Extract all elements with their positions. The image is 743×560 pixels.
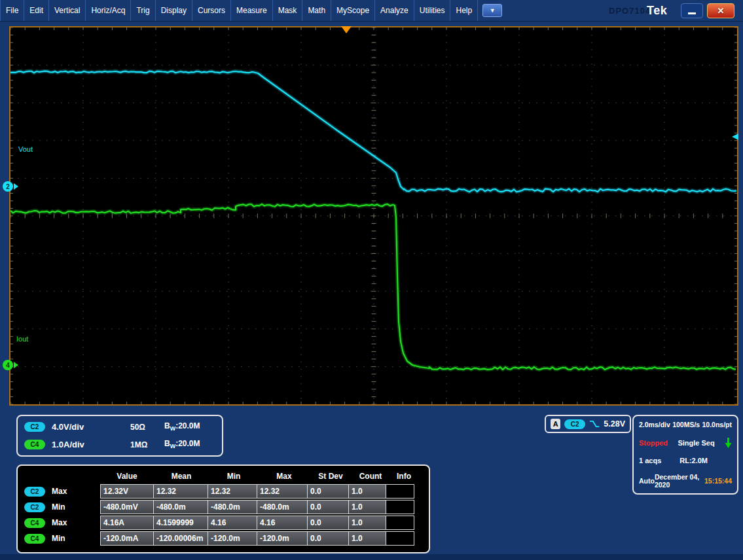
channel4-reference-marker[interactable]: 4 <box>3 360 13 370</box>
datetime-row: Auto December 04, 2020 15:15:44 <box>639 473 732 489</box>
row-label: C2 Min <box>22 502 100 512</box>
trigger-position-marker[interactable] <box>341 26 352 33</box>
menu-myscope[interactable]: MyScope <box>331 0 375 21</box>
sample-rate: 100MS/s <box>672 421 700 429</box>
acquisition-panel: 2.0ms/div 100MS/s 10.0ns/pt Stopped Sing… <box>632 415 738 495</box>
menu-horiz-acq[interactable]: Horiz/Acq <box>86 0 131 21</box>
close-button[interactable]: ✕ <box>707 3 734 18</box>
menu-math[interactable]: Math <box>302 0 331 21</box>
channel2-arrow-icon <box>14 183 18 190</box>
channel2-badge[interactable]: C2 <box>24 422 45 432</box>
menu-cursors[interactable]: Cursors <box>192 0 231 21</box>
menu-vertical[interactable]: Vertical <box>49 0 86 21</box>
resolution: 10.0ns/pt <box>702 421 732 429</box>
stat-label: Min <box>52 534 65 543</box>
channel4-readout: C4 1.0A/div 1MΩ BW:20.0M <box>24 439 215 450</box>
cell-count: 1.0 <box>348 500 386 514</box>
stat-label: Max <box>52 518 67 527</box>
channel2-reference-marker[interactable]: 2 <box>3 181 13 192</box>
menu-display[interactable]: Display <box>156 0 192 21</box>
cell-value: 4.16A <box>100 516 154 530</box>
cell-info <box>386 531 414 546</box>
cell-value: -120.0mA <box>100 531 154 546</box>
cell-mean: 4.1599999 <box>153 516 208 530</box>
trigger-group-badge: A <box>551 419 560 429</box>
cell-value: -480.0mV <box>100 500 154 514</box>
iout-label: Iout <box>16 335 28 343</box>
trigger-readout-panel: A C2 5.28V <box>545 415 631 433</box>
cell-count: 1.0 <box>348 531 386 546</box>
cell-max: 12.32 <box>257 484 308 499</box>
channel2-bandwidth: BW:20.0M <box>164 421 200 432</box>
minimize-button[interactable] <box>681 3 703 18</box>
tek-logo: Tek <box>647 4 667 18</box>
vertical-readout-panel: C2 4.0V/div 50Ω BW:20.0M C4 1.0A/div 1MΩ… <box>16 415 223 457</box>
measurement-row-c2-max: C2 Max 12.32V 12.32 12.32 12.32 0.0 1.0 <box>22 483 425 499</box>
stat-label: Min <box>52 502 65 512</box>
cell-info <box>386 516 414 530</box>
cell-stdev: 0.0 <box>307 484 349 499</box>
minimize-icon <box>688 12 696 14</box>
waveform-display: Vout Iout 2 4 <box>9 26 738 406</box>
header-min: Min <box>209 472 259 481</box>
channel2-termination: 50Ω <box>130 423 164 432</box>
row-label: C4 Max <box>22 518 100 528</box>
channel4-badge: C4 <box>24 534 45 544</box>
menu-trig[interactable]: Trig <box>131 0 155 21</box>
vout-label: Vout <box>18 145 33 153</box>
cell-info <box>386 500 414 514</box>
bw-sub: W <box>170 426 176 432</box>
menu-measure[interactable]: Measure <box>231 0 273 21</box>
cell-stdev: 0.0 <box>307 531 349 546</box>
bottom-edge <box>0 554 743 560</box>
menu-edit[interactable]: Edit <box>24 0 49 21</box>
falling-edge-icon <box>589 419 600 429</box>
stat-label: Max <box>52 487 67 496</box>
menu-help[interactable]: Help <box>450 0 478 21</box>
cell-value: 12.32V <box>100 484 154 499</box>
acquisition-count: 1 acqs <box>639 457 661 464</box>
header-max: Max <box>259 472 310 481</box>
graticule <box>10 27 737 404</box>
row-label: C2 Max <box>22 487 100 497</box>
cell-min: 12.32 <box>208 484 257 499</box>
menu-overflow-button[interactable]: ▼ <box>482 4 502 17</box>
time-value: 15:15:44 <box>704 477 732 485</box>
header-info: Info <box>390 472 418 481</box>
single-seq-arrow-icon <box>725 437 732 449</box>
cell-min: -480.0m <box>208 500 257 514</box>
cell-max: 4.16 <box>257 516 308 530</box>
channel4-arrow-icon <box>14 362 18 368</box>
channel4-bandwidth: BW:20.0M <box>164 439 200 449</box>
model-label: DPO7104 <box>609 6 651 16</box>
channel4-badge: C4 <box>24 518 45 528</box>
timebase-value: 2.0ms/div <box>639 421 670 429</box>
menu-file[interactable]: File <box>0 0 24 21</box>
cell-mean: 12.32 <box>153 484 208 499</box>
channel2-readout: C2 4.0V/div 50Ω BW:20.0M <box>24 421 215 432</box>
trigger-source-badge[interactable]: C2 <box>564 419 585 429</box>
status-row: Stopped Single Seq <box>639 437 732 449</box>
bw-value: :20.0M <box>175 421 200 430</box>
row-label: C4 Min <box>22 534 100 544</box>
bw-sub: W <box>170 444 176 450</box>
header-count: Count <box>352 472 390 481</box>
menu-mask[interactable]: Mask <box>273 0 303 21</box>
header-stdev: St Dev <box>310 472 352 481</box>
trigger-level-marker[interactable] <box>732 133 738 140</box>
record-row: 1 acqs RL:2.0M <box>639 457 732 464</box>
cell-count: 1.0 <box>348 516 386 530</box>
bw-letter: B <box>164 439 170 448</box>
cell-stdev: 0.0 <box>307 500 349 514</box>
menu-analyze[interactable]: Analyze <box>375 0 414 21</box>
header-mean: Mean <box>154 472 209 481</box>
cell-min: 4.16 <box>208 516 257 530</box>
measurement-header: Value Mean Min Max St Dev Count Info <box>22 469 425 483</box>
cell-max: -480.0m <box>257 500 308 514</box>
channel4-badge[interactable]: C4 <box>24 440 45 449</box>
channel2-badge: C2 <box>24 502 45 512</box>
cell-stdev: 0.0 <box>307 516 349 530</box>
cell-max: -120.0m <box>257 531 308 546</box>
cell-count: 1.0 <box>348 484 386 499</box>
menu-utilities[interactable]: Utilities <box>414 0 451 21</box>
